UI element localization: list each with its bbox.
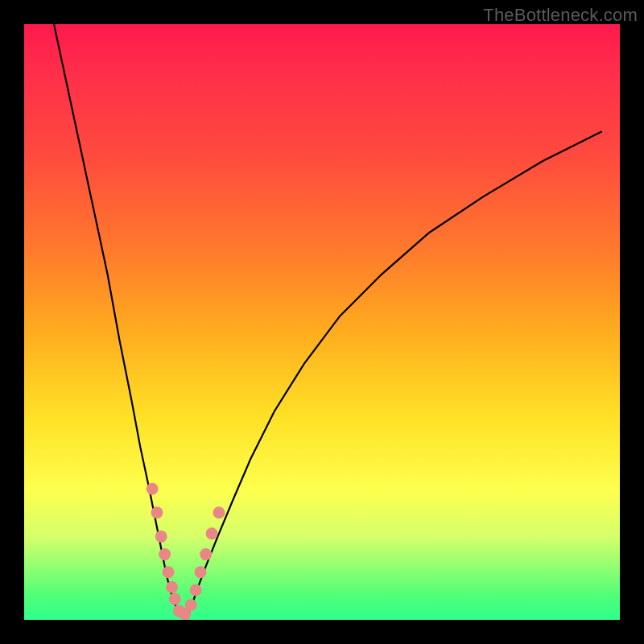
data-marker (206, 527, 218, 539)
data-marker (213, 506, 225, 518)
data-marker (190, 584, 202, 597)
data-marker (169, 593, 181, 605)
chart-frame: TheBottleneck.com (0, 0, 644, 644)
data-marker (163, 566, 175, 578)
data-marker (151, 506, 163, 518)
data-marker (185, 599, 197, 611)
data-marker (166, 581, 178, 593)
data-marker (147, 483, 159, 495)
data-marker (155, 530, 167, 543)
curve-layer (24, 24, 620, 620)
data-marker (159, 548, 171, 560)
data-marker (195, 566, 207, 578)
plot-area (24, 24, 620, 620)
left-branch-curve (54, 24, 181, 617)
right-branch-curve (186, 131, 602, 617)
data-marker (200, 548, 212, 560)
watermark-text: TheBottleneck.com (483, 5, 638, 26)
marker-group (147, 483, 225, 620)
